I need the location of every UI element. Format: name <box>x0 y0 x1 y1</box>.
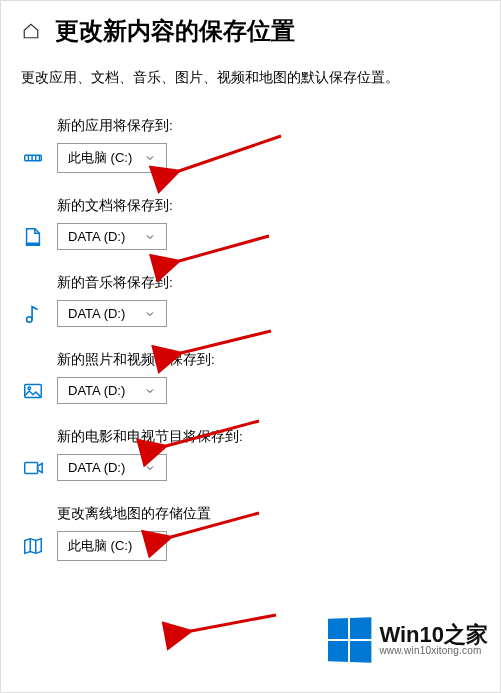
setting-row-documents: 新的文档将保存到: DATA (D:) <box>21 197 480 250</box>
setting-label: 新的音乐将保存到: <box>57 274 480 292</box>
select-value: DATA (D:) <box>68 306 125 321</box>
apps-icon <box>21 146 45 170</box>
chevron-down-icon <box>144 231 156 243</box>
select-value: 此电脑 (C:) <box>68 537 132 555</box>
setting-label: 新的照片和视频将保存到: <box>57 351 480 369</box>
select-value: DATA (D:) <box>68 460 125 475</box>
select-value: 此电脑 (C:) <box>68 149 132 167</box>
apps-location-select[interactable]: 此电脑 (C:) <box>57 143 167 173</box>
setting-row-maps: 更改离线地图的存储位置 此电脑 (C:) <box>21 505 480 561</box>
photos-icon <box>21 379 45 403</box>
movies-location-select[interactable]: DATA (D:) <box>57 454 167 481</box>
documents-location-select[interactable]: DATA (D:) <box>57 223 167 250</box>
setting-label: 更改离线地图的存储位置 <box>57 505 480 523</box>
watermark-title: Win10之家 <box>379 623 488 646</box>
home-button[interactable] <box>21 21 41 41</box>
home-icon <box>22 22 40 40</box>
watermark-url: www.win10xitong.com <box>379 646 488 657</box>
setting-row-apps: 新的应用将保存到: 此电脑 (C:) <box>21 117 480 173</box>
documents-icon <box>21 225 45 249</box>
svg-rect-8 <box>25 462 38 473</box>
page-subtitle: 更改应用、文档、音乐、图片、视频和地图的默认保存位置。 <box>1 51 500 93</box>
chevron-down-icon <box>144 462 156 474</box>
maps-location-select[interactable]: 此电脑 (C:) <box>57 531 167 561</box>
music-location-select[interactable]: DATA (D:) <box>57 300 167 327</box>
svg-line-14 <box>191 615 276 631</box>
windows-logo-icon <box>328 617 371 662</box>
page-title: 更改新内容的保存位置 <box>55 15 295 47</box>
movies-icon <box>21 456 45 480</box>
chevron-down-icon <box>144 152 156 164</box>
select-value: DATA (D:) <box>68 229 125 244</box>
chevron-down-icon <box>144 385 156 397</box>
setting-label: 新的应用将保存到: <box>57 117 480 135</box>
chevron-down-icon <box>144 540 156 552</box>
select-value: DATA (D:) <box>68 383 125 398</box>
setting-label: 新的文档将保存到: <box>57 197 480 215</box>
svg-point-7 <box>28 386 31 389</box>
svg-point-5 <box>27 316 32 322</box>
setting-row-photos: 新的照片和视频将保存到: DATA (D:) <box>21 351 480 404</box>
music-icon <box>21 302 45 326</box>
photos-location-select[interactable]: DATA (D:) <box>57 377 167 404</box>
chevron-down-icon <box>144 308 156 320</box>
maps-icon <box>21 534 45 558</box>
setting-row-music: 新的音乐将保存到: DATA (D:) <box>21 274 480 327</box>
setting-row-movies: 新的电影和电视节目将保存到: DATA (D:) <box>21 428 480 481</box>
watermark: Win10之家 www.win10xitong.com <box>327 618 488 662</box>
setting-label: 新的电影和电视节目将保存到: <box>57 428 480 446</box>
settings-list: 新的应用将保存到: 此电脑 (C:) 新的文档将保存到: <box>1 117 500 561</box>
